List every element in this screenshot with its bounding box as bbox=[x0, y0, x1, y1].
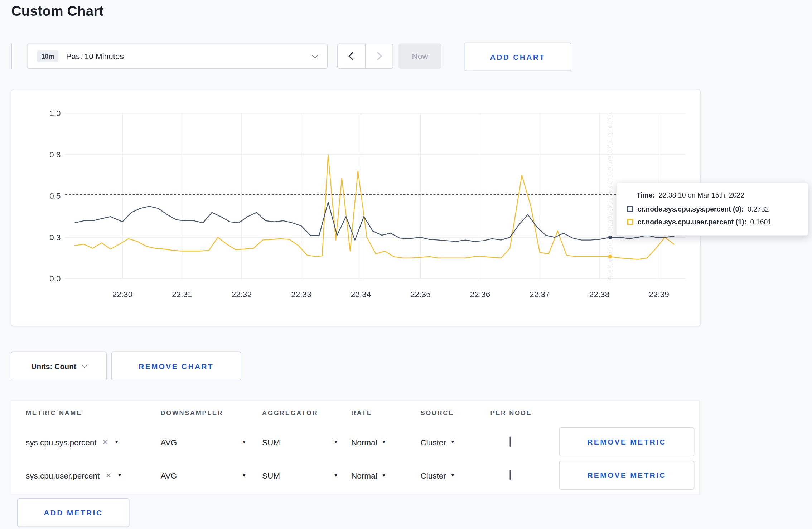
chevron-down-icon bbox=[311, 52, 318, 58]
now-button[interactable]: Now bbox=[398, 44, 441, 69]
metric-row: sys.cpu.user.percent ✕ ▼ AVG ▼ SUM ▼ Nor… bbox=[11, 458, 700, 492]
col-header-rate: RATE bbox=[351, 409, 421, 417]
caret-down-icon: ▼ bbox=[114, 439, 119, 445]
timeseries-chart[interactable]: 0.00.30.50.81.022:3022:3122:3222:3322:34… bbox=[11, 90, 701, 326]
col-header-downsampler: DOWNSAMPLER bbox=[161, 409, 262, 417]
metric-name-select[interactable]: sys.cpu.user.percent ✕ ▼ bbox=[26, 471, 161, 480]
svg-text:0.5: 0.5 bbox=[49, 191, 61, 200]
metric-name: sys.cpu.sys.percent bbox=[26, 437, 97, 447]
caret-down-icon: ▼ bbox=[382, 439, 386, 445]
time-range-label: Past 10 Minutes bbox=[66, 52, 124, 61]
units-label: Units: Count bbox=[31, 362, 76, 370]
units-select[interactable]: Units: Count bbox=[11, 352, 107, 381]
add-metric-button[interactable]: ADD METRIC bbox=[17, 498, 130, 527]
svg-text:22:30: 22:30 bbox=[112, 290, 132, 299]
tooltip-series-row: cr.node.sys.cpu.sys.percent (0): 0.2732 bbox=[627, 205, 797, 213]
rate-select[interactable]: Normal ▼ bbox=[351, 437, 421, 447]
caret-down-icon: ▼ bbox=[117, 472, 122, 478]
caret-down-icon: ▼ bbox=[242, 472, 246, 478]
aggregator-select[interactable]: SUM ▼ bbox=[262, 471, 338, 480]
svg-text:0.3: 0.3 bbox=[49, 233, 61, 242]
metrics-table: METRIC NAME DOWNSAMPLER AGGREGATOR RATE … bbox=[11, 400, 700, 495]
svg-text:1.0: 1.0 bbox=[49, 109, 61, 118]
svg-text:22:33: 22:33 bbox=[291, 290, 311, 299]
time-pager bbox=[337, 44, 393, 69]
chevron-right-icon bbox=[374, 52, 382, 60]
page-title: Custom Chart bbox=[11, 3, 104, 20]
source-select[interactable]: Cluster ▼ bbox=[421, 437, 490, 447]
downsampler-value: AVG bbox=[161, 471, 177, 480]
svg-text:22:39: 22:39 bbox=[649, 290, 669, 299]
tooltip-time-label: Time: bbox=[637, 191, 655, 199]
source-value: Cluster bbox=[421, 471, 446, 480]
series-swatch-icon bbox=[627, 206, 633, 212]
prev-range-button[interactable] bbox=[337, 44, 366, 69]
svg-text:22:34: 22:34 bbox=[351, 290, 371, 299]
chevron-down-icon bbox=[82, 363, 87, 368]
rate-select[interactable]: Normal ▼ bbox=[351, 471, 421, 480]
clear-metric-icon[interactable]: ✕ bbox=[102, 438, 108, 446]
source-select[interactable]: Cluster ▼ bbox=[421, 471, 490, 480]
per-node-checkbox[interactable] bbox=[510, 470, 511, 480]
tooltip-time-value: 22:38:10 on Mar 15th, 2022 bbox=[659, 191, 745, 199]
svg-text:0.0: 0.0 bbox=[49, 274, 61, 283]
metrics-table-header: METRIC NAME DOWNSAMPLER AGGREGATOR RATE … bbox=[11, 401, 700, 425]
metric-row: sys.cpu.sys.percent ✕ ▼ AVG ▼ SUM ▼ Norm… bbox=[11, 425, 700, 458]
time-range-badge: 10m bbox=[37, 50, 59, 62]
source-value: Cluster bbox=[421, 437, 446, 447]
tooltip-series-label: cr.node.sys.cpu.sys.percent (0): bbox=[638, 205, 744, 213]
downsampler-select[interactable]: AVG ▼ bbox=[161, 437, 247, 447]
caret-down-icon: ▼ bbox=[450, 439, 455, 445]
chevron-left-icon bbox=[348, 52, 357, 60]
caret-down-icon: ▼ bbox=[334, 472, 338, 478]
col-header-metric-name: METRIC NAME bbox=[26, 409, 161, 417]
next-range-button[interactable] bbox=[366, 44, 393, 69]
series-swatch-icon bbox=[627, 219, 633, 225]
metric-name-select[interactable]: sys.cpu.sys.percent ✕ ▼ bbox=[26, 437, 161, 447]
caret-down-icon: ▼ bbox=[242, 439, 246, 445]
svg-text:22:36: 22:36 bbox=[470, 290, 490, 299]
tooltip-series-value: 0.2732 bbox=[748, 205, 769, 213]
time-range-select[interactable]: 10m Past 10 Minutes bbox=[27, 44, 328, 69]
per-node-checkbox[interactable] bbox=[510, 437, 511, 447]
toolbar-divider bbox=[11, 44, 12, 69]
add-chart-button[interactable]: ADD CHART bbox=[464, 43, 571, 71]
tooltip-time: Time:22:38:10 on Mar 15th, 2022 bbox=[637, 191, 797, 199]
downsampler-select[interactable]: AVG ▼ bbox=[161, 471, 247, 480]
aggregator-value: SUM bbox=[262, 437, 280, 447]
chart-panel: 0.00.30.50.81.022:3022:3122:3222:3322:34… bbox=[11, 89, 701, 326]
custom-chart-page: Custom Chart 10m Past 10 Minutes Now ADD… bbox=[0, 0, 812, 529]
caret-down-icon: ▼ bbox=[382, 472, 386, 478]
aggregator-select[interactable]: SUM ▼ bbox=[262, 437, 338, 447]
clear-metric-icon[interactable]: ✕ bbox=[106, 471, 111, 479]
col-header-source: SOURCE bbox=[421, 409, 490, 417]
caret-down-icon: ▼ bbox=[450, 472, 455, 478]
col-header-per-node: PER NODE bbox=[490, 409, 559, 417]
rate-value: Normal bbox=[351, 471, 377, 480]
svg-text:22:37: 22:37 bbox=[530, 290, 550, 299]
chart-tooltip: Time:22:38:10 on Mar 15th, 2022 cr.node.… bbox=[616, 183, 808, 236]
svg-text:22:38: 22:38 bbox=[589, 290, 609, 299]
svg-text:22:31: 22:31 bbox=[172, 290, 192, 299]
rate-value: Normal bbox=[351, 437, 377, 447]
caret-down-icon: ▼ bbox=[334, 439, 338, 445]
tooltip-series-label: cr.node.sys.cpu.user.percent (1): bbox=[638, 218, 747, 226]
svg-text:0.8: 0.8 bbox=[49, 150, 61, 159]
metric-name: sys.cpu.user.percent bbox=[26, 471, 100, 480]
remove-chart-button[interactable]: REMOVE CHART bbox=[111, 352, 241, 381]
tooltip-series-value: 0.1601 bbox=[750, 218, 772, 226]
downsampler-value: AVG bbox=[161, 437, 177, 447]
col-header-aggregator: AGGREGATOR bbox=[262, 409, 351, 417]
tooltip-series-row: cr.node.sys.cpu.user.percent (1): 0.1601 bbox=[627, 218, 797, 226]
remove-metric-button[interactable]: REMOVE METRIC bbox=[559, 427, 695, 456]
remove-metric-button[interactable]: REMOVE METRIC bbox=[559, 461, 695, 490]
svg-text:22:32: 22:32 bbox=[232, 290, 252, 299]
svg-text:22:35: 22:35 bbox=[410, 290, 430, 299]
aggregator-value: SUM bbox=[262, 471, 280, 480]
